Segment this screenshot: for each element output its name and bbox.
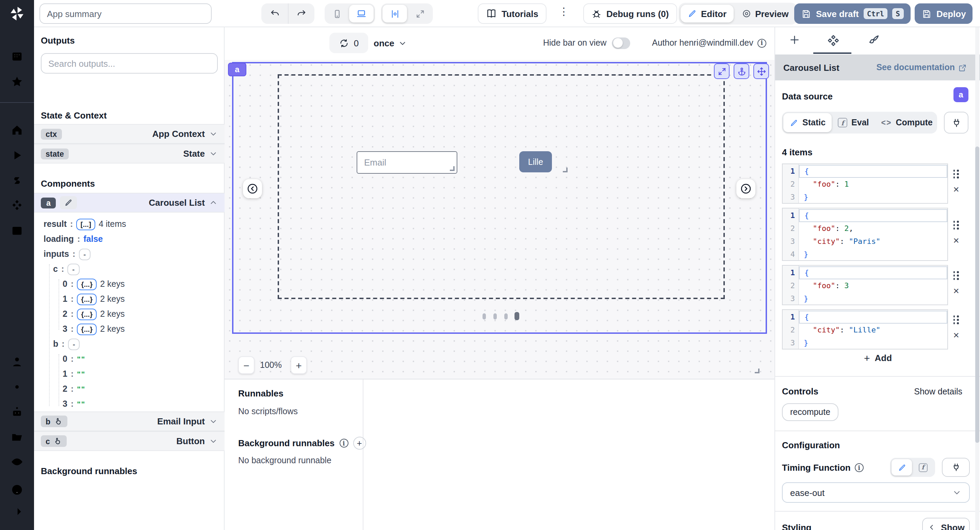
move-component-button[interactable] <box>753 63 769 79</box>
folders-icon[interactable] <box>10 430 24 444</box>
user-icon[interactable] <box>10 355 24 369</box>
variables-dollar-icon[interactable] <box>10 174 24 187</box>
preview-tab[interactable]: Preview <box>735 5 795 22</box>
insert-tab-plus-icon[interactable] <box>789 34 800 46</box>
drag-handle-icon[interactable] <box>953 170 959 179</box>
resources-cubes-icon[interactable] <box>10 198 24 212</box>
star-icon[interactable] <box>10 75 24 89</box>
home-icon[interactable] <box>10 123 24 137</box>
carousel-prev-button[interactable] <box>243 179 262 198</box>
tree-row-c[interactable]: c:- <box>53 262 79 276</box>
data-item-editor-3[interactable]: 123{ "foo": 3} <box>782 265 948 305</box>
connect-plug-button[interactable] <box>944 112 969 134</box>
drag-handle-icon[interactable] <box>953 271 959 280</box>
tree-row-result[interactable]: result:[...]4 items <box>43 217 126 231</box>
settings-tab-components-icon[interactable] <box>827 34 840 47</box>
see-documentation-link[interactable]: See documentation <box>876 63 967 72</box>
expand-component-button[interactable] <box>714 63 730 79</box>
component-row-b[interactable]: b Email Input <box>34 412 224 431</box>
canvas-grid-surface[interactable]: a Email Lille − 100% + <box>224 60 775 379</box>
more-menu-button[interactable]: ⋮ <box>559 5 569 18</box>
tree-row-b2[interactable]: 2:"" <box>63 382 86 396</box>
tree-row-b3[interactable]: 3:"" <box>63 396 86 412</box>
collapse-arrow-right-icon[interactable] <box>10 505 24 519</box>
center-align-button[interactable] <box>382 5 407 22</box>
component-row-c[interactable]: c Button <box>34 431 224 451</box>
apps-grid-icon[interactable] <box>10 50 24 63</box>
fullwidth-expand-icon[interactable] <box>408 5 431 22</box>
carousel-dot[interactable] <box>504 313 508 319</box>
chevron-down-icon[interactable] <box>209 437 218 445</box>
data-item-editor-1[interactable]: 123{ "foo": 1} <box>782 163 948 204</box>
output-row-state[interactable]: state State <box>34 144 224 163</box>
carousel-item-container[interactable] <box>278 74 725 299</box>
audit-eye-icon[interactable] <box>10 455 24 469</box>
resize-handle[interactable] <box>450 166 455 171</box>
tree-row-b0[interactable]: 0:"" <box>63 351 86 367</box>
timing-function-select[interactable]: ease-out <box>782 482 970 503</box>
chevron-up-icon[interactable] <box>209 198 218 207</box>
mobile-view-button[interactable] <box>326 5 348 22</box>
save-draft-button[interactable]: Save draft Ctrl S <box>794 3 910 24</box>
show-details-link[interactable]: Show details <box>914 387 962 396</box>
tree-row-c0[interactable]: 0:{...}2 keys <box>63 276 124 292</box>
style-tab-brush-icon[interactable] <box>868 34 880 46</box>
email-input-component[interactable]: Email <box>356 151 457 174</box>
remove-item-button[interactable]: × <box>953 236 959 244</box>
schedules-calendar-icon[interactable] <box>10 223 24 237</box>
eval-mode-button[interactable]: f Eval <box>832 113 875 132</box>
redo-button[interactable] <box>288 3 314 24</box>
remove-item-button[interactable]: × <box>953 185 959 193</box>
interval-select[interactable]: once <box>374 33 407 53</box>
workers-robot-icon[interactable] <box>10 405 24 419</box>
hide-bar-toggle[interactable] <box>612 37 630 49</box>
carousel-next-button[interactable] <box>737 179 756 198</box>
tree-row-loading[interactable]: loading:false <box>43 231 103 247</box>
deploy-button[interactable]: Deploy <box>915 3 973 24</box>
add-item-button[interactable]: +Add <box>775 352 980 364</box>
connect-plug-button[interactable] <box>942 458 970 477</box>
desktop-view-button[interactable] <box>349 5 374 22</box>
carousel-dot[interactable] <box>482 313 486 319</box>
help-icon[interactable] <box>10 483 24 496</box>
zoom-out-button[interactable]: − <box>238 356 255 374</box>
resize-handle[interactable] <box>563 168 568 172</box>
inspector-scrollbar[interactable] <box>975 27 979 530</box>
tree-row-inputs[interactable]: inputs:- <box>43 247 91 262</box>
tutorials-button[interactable]: Tutorials <box>478 3 546 24</box>
chevron-down-icon[interactable] <box>209 129 218 138</box>
runs-play-icon[interactable] <box>10 148 24 162</box>
styling-show-button[interactable]: Show <box>922 518 970 530</box>
component-resize-handle[interactable] <box>755 369 759 373</box>
tree-row-c1[interactable]: 1:{...}2 keys <box>63 292 124 307</box>
compute-mode-button[interactable]: <> Compute <box>875 113 939 132</box>
static-mode-button[interactable] <box>891 459 912 476</box>
settings-gear-icon[interactable] <box>10 380 24 394</box>
recompute-button[interactable]: recompute <box>782 403 838 421</box>
button-component[interactable]: Lille <box>519 151 552 172</box>
zoom-in-button[interactable]: + <box>291 356 307 374</box>
component-a-tag[interactable]: a <box>228 63 247 76</box>
anchor-component-button[interactable] <box>733 63 749 79</box>
windmill-logo-icon[interactable] <box>9 5 25 22</box>
carousel-dot[interactable] <box>493 313 497 319</box>
remove-item-button[interactable]: × <box>953 287 959 295</box>
chevron-down-icon[interactable] <box>209 149 218 158</box>
undo-button[interactable] <box>261 3 288 24</box>
eval-mode-button[interactable]: f <box>913 459 933 476</box>
tree-row-c3[interactable]: 3:{...}2 keys <box>63 322 124 337</box>
drag-handle-icon[interactable] <box>953 221 959 230</box>
component-row-a[interactable]: a Carousel List <box>34 193 224 212</box>
info-icon[interactable]: i <box>855 463 864 472</box>
remove-item-button[interactable]: × <box>953 331 959 339</box>
edit-id-button[interactable] <box>60 196 77 209</box>
tree-row-b1[interactable]: 1:"" <box>63 367 86 382</box>
tree-row-b[interactable]: b:- <box>53 337 80 351</box>
info-icon[interactable]: i <box>339 439 348 448</box>
carousel-dot-active[interactable] <box>514 312 519 320</box>
scrollbar-thumb[interactable] <box>975 147 979 443</box>
output-row-ctx[interactable]: ctx App Context <box>34 124 224 144</box>
refresh-count-button[interactable]: 0 <box>329 33 368 53</box>
debug-runs-button[interactable]: Debug runs (0) <box>583 3 677 24</box>
static-mode-button[interactable]: Static <box>783 113 832 132</box>
